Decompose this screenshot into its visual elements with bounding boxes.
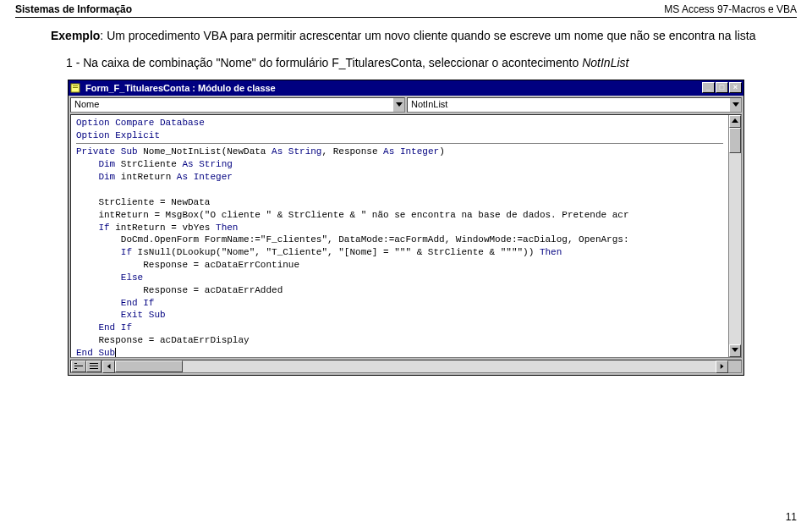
scroll-track[interactable]: [115, 360, 716, 372]
code-line: Dim: [76, 172, 115, 182]
code-line: intReturn = vbYes: [110, 223, 216, 233]
code-line: ): [439, 146, 445, 157]
code-line: As Integer: [177, 172, 233, 182]
code-line: Response = acDataErrDisplay: [76, 335, 250, 345]
object-procedure-row: Nome NotInList: [69, 96, 743, 114]
code-line: End Sub: [76, 348, 115, 357]
svg-rect-2: [73, 87, 78, 88]
code-line: Then: [216, 223, 238, 233]
text-cursor: [115, 348, 116, 357]
code-line: As String: [272, 146, 321, 157]
code-line: StrCliente: [115, 159, 182, 169]
code-line: Option Explicit: [76, 130, 160, 140]
svg-rect-7: [90, 366, 98, 366]
maximize-button[interactable]: □: [716, 82, 728, 93]
code-line: If: [76, 223, 110, 233]
procedure-view-button[interactable]: [71, 360, 86, 372]
svg-rect-8: [90, 368, 98, 369]
code-line: As Integer: [383, 146, 439, 157]
code-line: intReturn: [115, 172, 177, 182]
step-prefix: 1 - Na caixa de combinação "Nome" do for…: [66, 56, 332, 69]
code-line: End If: [76, 322, 132, 333]
scroll-track[interactable]: [729, 128, 741, 344]
svg-rect-4: [74, 363, 77, 364]
titlebar[interactable]: Form_F_TitularesConta : Módulo de classe…: [69, 80, 743, 96]
code-line: IsNull(DLookup("Nome", "T_Cliente", "[No…: [132, 247, 540, 257]
full-module-view-button[interactable]: [86, 360, 102, 372]
code-line: Response = acDataErrContinue: [76, 260, 299, 270]
procedure-dropdown-value: NotInList: [408, 98, 729, 112]
code-line: End If: [76, 298, 154, 308]
scroll-left-button[interactable]: [102, 360, 115, 373]
bottom-bar: [70, 360, 742, 373]
scroll-thumb[interactable]: [115, 360, 183, 372]
example-paragraph: Exemplo: Um procedimento VBA para permit…: [51, 26, 761, 45]
scroll-right-button[interactable]: [716, 360, 728, 373]
svg-rect-5: [74, 368, 77, 369]
example-text: : Um procedimento VBA para permitir acre…: [100, 29, 755, 42]
code-line: DoCmd.OpenForm FormName:="F_clientes", D…: [76, 234, 629, 245]
chevron-down-icon[interactable]: [729, 98, 741, 112]
code-line: If: [76, 247, 132, 257]
svg-rect-3: [74, 366, 83, 366]
scroll-up-button[interactable]: [729, 115, 741, 128]
header-right: MS Access 97-Macros e VBA: [664, 3, 797, 15]
object-dropdown[interactable]: Nome: [70, 97, 405, 113]
view-buttons: [71, 360, 102, 372]
procedure-dropdown[interactable]: NotInList: [407, 97, 742, 113]
code-line: , Response: [321, 146, 383, 157]
header-left: Sistemas de Informação: [15, 3, 132, 15]
example-label: Exemplo: [51, 29, 100, 42]
scrollbar-corner: [728, 360, 741, 372]
chevron-down-icon[interactable]: [392, 98, 404, 112]
code-line: Then: [540, 247, 562, 257]
step-paragraph: 1 - Na caixa de combinação "Nome" do for…: [51, 53, 761, 72]
step-bold: F_TitularesConta,: [332, 56, 425, 69]
object-dropdown-value: Nome: [71, 98, 392, 112]
window-controls: _ □ ×: [702, 82, 742, 93]
minimize-button[interactable]: _: [702, 82, 715, 93]
content-area: Exemplo: Um procedimento VBA para permit…: [0, 26, 812, 73]
close-button[interactable]: ×: [729, 82, 742, 93]
header-rule: [15, 17, 797, 18]
code-area: Option Compare Database Option Explicit …: [70, 114, 742, 358]
horizontal-scrollbar[interactable]: [102, 360, 728, 372]
code-line: Exit Sub: [76, 310, 166, 320]
vba-window: Form_F_TitularesConta : Módulo de classe…: [68, 80, 744, 376]
code-line: Dim: [76, 159, 115, 169]
screenshot-wrapper: Form_F_TitularesConta : Módulo de classe…: [0, 80, 812, 376]
code-line: Response = acDataErrAdded: [76, 285, 283, 295]
code-line: Else: [76, 272, 143, 283]
scroll-down-button[interactable]: [729, 344, 741, 357]
code-line: Private Sub: [76, 146, 138, 157]
step-mid: seleccionar o acontecimento: [425, 56, 582, 69]
scroll-thumb[interactable]: [729, 128, 741, 153]
vertical-scrollbar[interactable]: [728, 115, 741, 357]
svg-rect-1: [73, 85, 78, 86]
module-icon: [70, 82, 82, 94]
code-line: intReturn = MsgBox("O cliente " & StrCli…: [76, 210, 629, 220]
document-header: Sistemas de Informação MS Access 97-Macr…: [0, 0, 812, 17]
code-line: Option Compare Database: [76, 118, 205, 128]
code-separator: [76, 143, 723, 144]
page-number: 11: [786, 511, 797, 523]
code-line: As String: [182, 159, 232, 169]
code-editor[interactable]: Option Compare Database Option Explicit …: [71, 115, 728, 357]
window-title: Form_F_TitularesConta : Módulo de classe: [85, 83, 702, 93]
code-line: Nome_NotInList(NewData: [138, 146, 272, 157]
svg-rect-6: [90, 363, 98, 364]
code-line: StrCliente = NewData: [76, 197, 210, 207]
step-italic: NotInList: [582, 56, 628, 69]
